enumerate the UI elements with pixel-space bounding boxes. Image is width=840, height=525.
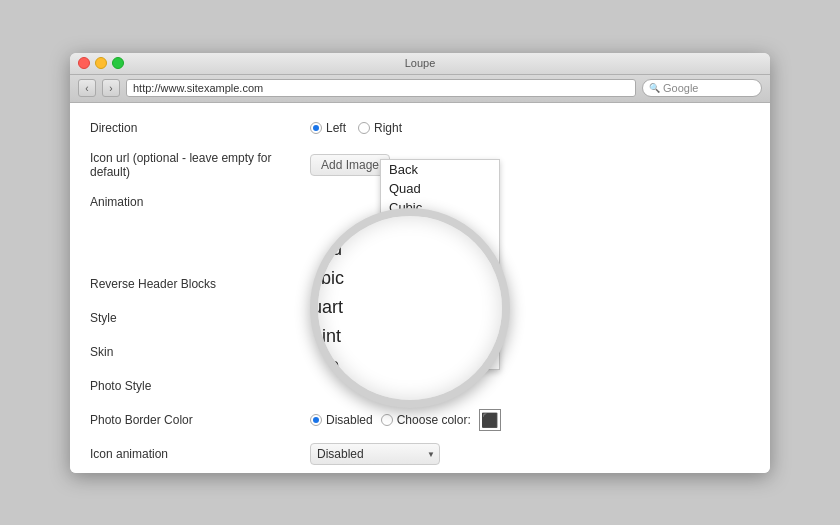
- browser-toolbar: ‹ › http://www.sitexample.com 🔍 Google: [70, 75, 770, 103]
- mag-item-quart: Quart: [310, 293, 510, 322]
- forward-button[interactable]: ›: [102, 79, 120, 97]
- direction-left-option[interactable]: Left: [310, 121, 346, 135]
- photo-border-color-label: Photo Border Color: [90, 413, 310, 427]
- dropdown-item-quad[interactable]: Quad: [381, 179, 499, 198]
- icon-animation-select-wrapper: Disabled ▼: [310, 443, 440, 465]
- choose-color-radio-item[interactable]: Choose color:: [381, 413, 471, 427]
- magnifier-lens: Back Quad Cubic Quart Quint Expo Sine Ci…: [310, 208, 510, 408]
- mag-item-quad: Quad: [310, 235, 510, 264]
- add-image-button[interactable]: Add Image: [310, 154, 390, 176]
- search-icon: 🔍: [649, 83, 660, 93]
- window-title: Loupe: [405, 57, 436, 69]
- title-bar: Loupe: [70, 53, 770, 75]
- direction-right-radio[interactable]: [358, 122, 370, 134]
- browser-window: Loupe ‹ › http://www.sitexample.com 🔍 Go…: [70, 53, 770, 473]
- color-box-icon: ⬛: [481, 412, 498, 428]
- url-bar[interactable]: http://www.sitexample.com: [126, 79, 636, 97]
- icon-animation-label: Icon animation: [90, 447, 310, 461]
- search-placeholder: Google: [663, 82, 698, 94]
- url-text: http://www.sitexample.com: [133, 82, 263, 94]
- icon-url-control: Add Image: [310, 154, 750, 176]
- photo-border-color-row: Photo Border Color Disabled Choose color…: [90, 409, 750, 431]
- direction-label: Direction: [90, 121, 310, 135]
- maximize-button[interactable]: [112, 57, 124, 69]
- minimize-button[interactable]: [95, 57, 107, 69]
- photo-style-label: Photo Style: [90, 379, 310, 393]
- close-button[interactable]: [78, 57, 90, 69]
- content-area: Direction Left Right Icon url (optional …: [70, 103, 770, 473]
- direction-left-radio[interactable]: [310, 122, 322, 134]
- icon-animation-row: Icon animation Disabled ▼: [90, 443, 750, 465]
- style-label: Style: [90, 311, 310, 325]
- mag-item-quint: Quint: [310, 322, 510, 351]
- window-controls: [78, 57, 124, 69]
- icon-animation-select[interactable]: Disabled: [310, 443, 440, 465]
- choose-color-label: Choose color:: [397, 413, 471, 427]
- icon-animation-control: Disabled ▼: [310, 443, 750, 465]
- disabled-radio[interactable]: [310, 414, 322, 426]
- direction-row: Direction Left Right: [90, 117, 750, 139]
- back-button[interactable]: ‹: [78, 79, 96, 97]
- animation-label: Animation: [90, 195, 310, 209]
- direction-right-label: Right: [374, 121, 402, 135]
- choose-color-radio[interactable]: [381, 414, 393, 426]
- skin-label: Skin: [90, 345, 310, 359]
- photo-border-color-control: Disabled Choose color: ⬛: [310, 409, 750, 431]
- direction-left-label: Left: [326, 121, 346, 135]
- disabled-label: Disabled: [326, 413, 373, 427]
- mag-item-expo: Expo: [310, 351, 510, 380]
- magnifier-content: Back Quad Cubic Quart Quint Expo Sine Ci…: [310, 208, 510, 408]
- direction-radio-group: Left Right: [310, 121, 402, 135]
- disabled-radio-item[interactable]: Disabled: [310, 413, 373, 427]
- search-bar[interactable]: 🔍 Google: [642, 79, 762, 97]
- direction-control: Left Right: [310, 121, 750, 135]
- color-swatch[interactable]: ⬛: [479, 409, 501, 431]
- dropdown-item-back1[interactable]: Back: [381, 160, 499, 179]
- mag-item-cubic: Cubic: [310, 264, 510, 293]
- reverse-header-label: Reverse Header Blocks: [90, 277, 310, 291]
- mag-item-sine: Sine: [310, 380, 510, 408]
- icon-url-label: Icon url (optional - leave empty for def…: [90, 151, 310, 179]
- direction-right-option[interactable]: Right: [358, 121, 402, 135]
